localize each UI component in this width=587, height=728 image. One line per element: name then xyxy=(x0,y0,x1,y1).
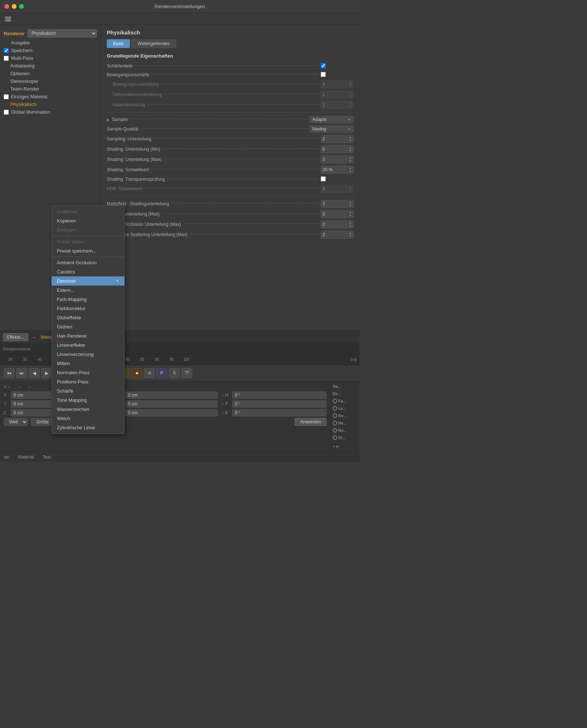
close-button[interactable] xyxy=(4,4,9,9)
coord-input-h[interactable] xyxy=(232,391,327,399)
right-labels-panel: Na... Eb... Fa... Le... Re... xyxy=(330,381,360,452)
sidebar-checkbox-speichern[interactable] xyxy=(4,48,9,53)
coord-menu-3: -- xyxy=(28,384,31,389)
ctx-item-normalen-pass[interactable]: Normalen-Pass xyxy=(52,368,124,377)
effects-button[interactable]: Effekte... xyxy=(3,333,28,341)
radio-le[interactable] xyxy=(333,406,337,411)
prop-checkbox-schaerfentiefe[interactable] xyxy=(321,63,326,68)
ctx-item-wasserzeichen[interactable]: Wasserzeichen xyxy=(52,405,124,414)
tab-bar: Basis Weitergehendes xyxy=(107,39,354,48)
world-dropdown[interactable]: Welt xyxy=(4,418,28,426)
sidebar-item-antialiasing[interactable]: Antialiasing xyxy=(0,62,101,70)
sidebar-checkbox-gi[interactable] xyxy=(4,110,9,115)
ctx-item-caustics[interactable]: Caustics xyxy=(52,267,124,276)
coord-input-z2[interactable] xyxy=(125,409,218,416)
ctx-item-preset-speichern[interactable]: Preset speichern... xyxy=(52,246,124,255)
radio-ne[interactable] xyxy=(333,421,337,425)
ctx-item-glueheffekte[interactable]: Glüheffekte xyxy=(52,313,124,322)
ctx-item-zylindrische[interactable]: Zylindrische Linse xyxy=(52,423,124,432)
coord-label-b: B xyxy=(225,410,231,415)
sidebar-label-multipass: Multi-Pass xyxy=(11,55,33,61)
ctx-item-hair-renderer[interactable]: Hair-Renderer xyxy=(52,331,124,341)
sidebar-item-einziges[interactable]: Einziges Material xyxy=(0,93,101,100)
radio-gl[interactable] xyxy=(333,435,337,440)
sidebar-item-teamrender[interactable]: Team-Render xyxy=(0,85,101,93)
layer-tab-material[interactable]: Material xyxy=(17,454,35,460)
transport-grid[interactable]: ⠿ xyxy=(169,368,180,378)
sidebar-item-physikalisch[interactable]: Physikalisch xyxy=(0,100,101,108)
prop-spinner-sampling-unterteilung[interactable]: 2 ▲▼ xyxy=(321,135,354,143)
radio-fa[interactable] xyxy=(333,399,337,403)
prop-spinner-sss[interactable]: 2 ▲▼ xyxy=(321,231,354,239)
transport-goto-start[interactable]: ⏮ xyxy=(4,368,15,378)
coord-label-y1: Y xyxy=(4,401,10,407)
coord-h: □ H xyxy=(221,391,327,399)
ctx-separator-1 xyxy=(52,236,124,236)
transport-film[interactable]: 🎬 xyxy=(181,368,192,378)
coord-input-x2[interactable] xyxy=(125,391,218,399)
sidebar-item-optionen[interactable]: Optionen xyxy=(0,70,101,77)
coord-input-b[interactable] xyxy=(232,409,327,416)
prop-spinner-shading-min[interactable]: 0 ▲▼ xyxy=(321,145,354,153)
transport-prev-frame[interactable]: ⏭ xyxy=(16,368,27,378)
prop-checkbox-shading-transparenz[interactable] xyxy=(321,176,326,181)
ctx-item-mitten[interactable]: Mitten xyxy=(52,359,124,368)
prop-spinner-shading-schwellwert[interactable]: 20 % ▲▼ xyxy=(321,166,354,174)
ctx-item-positions-pass[interactable]: Positions-Pass xyxy=(52,377,124,386)
transport-p[interactable]: P xyxy=(156,368,167,378)
ctx-item-schaerfe[interactable]: Schärfe xyxy=(52,386,124,396)
ctx-item-weich[interactable]: Weich xyxy=(52,414,124,423)
sidebar-item-multipass[interactable]: Multi-Pass xyxy=(0,54,101,62)
radio-re[interactable] xyxy=(333,413,337,418)
prop-checkbox-bewegungsunschaerfe[interactable] xyxy=(321,72,326,77)
prop-spinner-matteffekt[interactable]: 2 ▲▼ xyxy=(321,200,354,208)
prop-spinner-shading-max[interactable]: 3 ▲▼ xyxy=(321,155,354,163)
ctx-item-farbkorrektur[interactable]: Farbkorrektur xyxy=(52,304,124,313)
transport-square[interactable]: ■ xyxy=(131,368,142,378)
tab-weitergehendes[interactable]: Weitergehendes xyxy=(131,39,176,48)
ctx-item-tone-mapping[interactable]: Tone Mapping xyxy=(52,396,124,405)
tab-basis[interactable]: Basis xyxy=(107,39,130,48)
sidebar-item-speichern[interactable]: Speichern xyxy=(0,47,101,54)
ctx-item-preset-laden[interactable]: Preset laden xyxy=(52,237,124,246)
coord-input-y2[interactable] xyxy=(125,400,218,408)
ctx-item-linseneffekte[interactable]: Linseneffekte xyxy=(52,341,124,350)
transport-back[interactable]: ◀ xyxy=(29,368,40,378)
prop-dropdown-samplequalitaet[interactable]: Niedrig ▼ xyxy=(310,125,354,133)
ctx-item-einfuegen[interactable]: Einfügen xyxy=(52,225,124,235)
transport-play[interactable]: ▶ xyxy=(41,368,52,378)
coord-b: □ B xyxy=(221,409,327,416)
coord-input-p[interactable] xyxy=(232,400,327,408)
prop-sampler: ▶ Sampler Adaptiv ▼ xyxy=(107,115,354,124)
ctx-item-extern[interactable]: Extern... xyxy=(52,286,124,295)
prop-spinner-bewegungsunterteilung: 4 ▲▼ xyxy=(321,80,354,88)
maximize-button[interactable] xyxy=(19,4,24,9)
ctx-item-denoiser[interactable]: Denoiser ↖ xyxy=(52,276,124,286)
sidebar-checkbox-einziges[interactable] xyxy=(4,94,9,99)
layer-tab-text[interactable]: Text xyxy=(41,454,52,460)
ctx-item-gluehen[interactable]: Glühen xyxy=(52,322,124,331)
sidebar-item-ausgabe[interactable]: Ausgabe xyxy=(0,39,101,47)
ctx-item-kopieren[interactable]: Kopieren xyxy=(52,216,124,225)
prop-spinner-ao[interactable]: 2 ▲▼ xyxy=(321,220,354,228)
layer-tab-en[interactable]: en xyxy=(3,454,11,460)
ctx-item-farb-mapping[interactable]: Farb-Mapping xyxy=(52,295,124,304)
radio-no[interactable] xyxy=(333,428,337,433)
sidebar-item-stereoskopie[interactable]: Stereoskopie xyxy=(0,77,101,85)
sidebar-checkbox-multipass[interactable] xyxy=(4,56,9,61)
transport-refresh[interactable]: ↺ xyxy=(144,368,155,378)
prop-spinner-schatten[interactable]: 2 ▲▼ xyxy=(321,210,354,218)
sidebar-item-gi[interactable]: Global Illumination xyxy=(0,108,101,116)
prop-bewegungsunterteilung: Bewegungsunterteilung 4 ▲▼ xyxy=(107,79,354,89)
ctx-item-entfernen[interactable]: Entfernen xyxy=(52,207,124,216)
prop-label-samplequalitaet: Sample-Qualität xyxy=(107,126,138,132)
ctx-item-ambient-occlusion[interactable]: Ambient Occlusion xyxy=(52,258,124,267)
apply-button[interactable]: Anwenden xyxy=(295,418,327,426)
renderer-select[interactable]: Physikalisch xyxy=(28,29,97,37)
menu-button[interactable] xyxy=(4,15,12,23)
minimize-button[interactable] xyxy=(12,4,17,9)
ctx-item-linsenverzerrung[interactable]: Linsenverzerrung xyxy=(52,350,124,359)
prop-dropdown-sampler[interactable]: Adaptiv ▼ xyxy=(310,116,354,123)
layer-tabs: en Material Text xyxy=(0,452,360,462)
ruler-35: 35 xyxy=(18,357,32,361)
